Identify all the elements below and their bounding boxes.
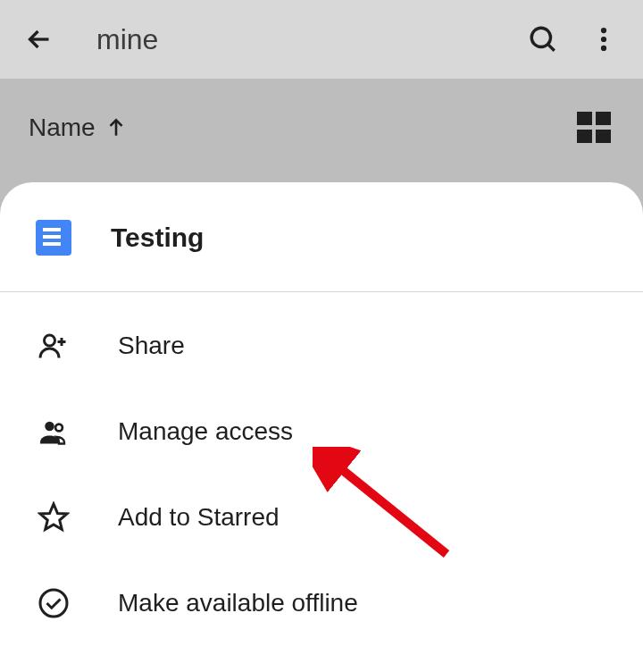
person-add-icon	[36, 328, 71, 364]
google-doc-icon	[36, 220, 71, 256]
sort-label: Name	[29, 113, 96, 142]
search-icon	[528, 24, 558, 55]
app-header: mine	[0, 0, 643, 79]
sort-button[interactable]: Name	[29, 113, 128, 142]
menu-item-label: Share	[118, 332, 185, 360]
svg-point-8	[45, 422, 54, 432]
menu-item-label: Manage access	[118, 417, 293, 446]
people-icon	[36, 414, 71, 449]
file-title: Testing	[111, 223, 204, 253]
view-toggle-button[interactable]	[577, 112, 614, 144]
sort-bar: Name	[0, 79, 643, 177]
bottom-sheet: Testing Share Manage access	[0, 182, 643, 672]
share-item[interactable]: Share	[0, 303, 643, 389]
back-button[interactable]	[14, 14, 64, 64]
svg-line-1	[548, 45, 555, 51]
svg-point-9	[55, 424, 63, 432]
search-button[interactable]	[518, 14, 568, 64]
add-to-starred-item[interactable]: Add to Starred	[0, 475, 643, 560]
svg-point-4	[601, 46, 606, 51]
menu-list: Share Manage access Add to Starred	[0, 292, 643, 646]
more-vertical-icon	[589, 24, 619, 55]
manage-access-item[interactable]: Manage access	[0, 389, 643, 475]
arrow-left-icon	[23, 23, 55, 55]
menu-item-label: Add to Starred	[118, 503, 280, 532]
svg-point-2	[601, 28, 606, 33]
grid-icon	[577, 112, 592, 125]
more-options-button[interactable]	[579, 14, 629, 64]
menu-item-label: Make available offline	[118, 589, 358, 617]
offline-icon	[36, 585, 71, 621]
star-icon	[36, 500, 71, 535]
svg-point-0	[531, 28, 550, 46]
arrow-up-icon	[104, 116, 128, 139]
svg-marker-10	[40, 504, 67, 530]
svg-point-11	[40, 590, 67, 617]
search-query[interactable]: mine	[96, 23, 507, 56]
svg-point-3	[601, 37, 606, 42]
svg-point-5	[45, 335, 55, 346]
make-available-offline-item[interactable]: Make available offline	[0, 560, 643, 646]
sheet-header: Testing	[0, 182, 643, 292]
